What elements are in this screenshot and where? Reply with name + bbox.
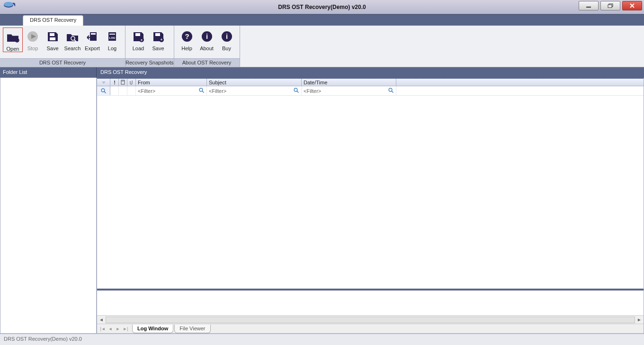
nav-first-icon[interactable]: |◄ — [100, 327, 106, 331]
buy-button[interactable]: i Buy — [217, 27, 237, 51]
ribbon-group-about-label: About OST Recovery — [174, 58, 240, 67]
load-icon — [128, 28, 148, 45]
scroll-left-icon[interactable]: ◄ — [97, 317, 106, 322]
save-button[interactable]: Save — [43, 27, 63, 51]
ribbon-group-snapshots: Load Save Recovery Snapshots — [125, 26, 174, 67]
grid-datetime-column[interactable]: Date/Time — [302, 79, 396, 86]
horizontal-scrollbar[interactable]: ◄ ► — [97, 315, 644, 324]
save-snapshot-icon — [148, 28, 168, 45]
svg-rect-19 — [155, 33, 160, 36]
statusbar-text: DRS OST Recovery(Demo) v20.0 — [4, 336, 82, 342]
grid-body[interactable] — [97, 96, 644, 289]
svg-rect-28 — [121, 80, 125, 84]
filter-datetime-placeholder: <Filter> — [304, 88, 321, 94]
export-icon — [82, 28, 102, 45]
ribbon: Open Stop Save Search Export LOG Log — [0, 26, 644, 67]
save-snapshot-button[interactable]: Save — [148, 27, 168, 51]
svg-line-37 — [392, 91, 393, 92]
svg-rect-17 — [135, 33, 140, 36]
open-button[interactable]: Open — [3, 27, 23, 52]
about-label: About — [197, 45, 217, 51]
help-button[interactable]: ? Help — [177, 27, 197, 51]
filter-from-input[interactable]: <Filter> — [136, 86, 207, 95]
grid-from-column[interactable]: From — [136, 79, 207, 86]
log-icon: LOG — [102, 28, 122, 45]
log-button[interactable]: LOG Log — [102, 27, 122, 51]
stop-button: Stop — [23, 27, 43, 51]
close-button[interactable] — [622, 1, 642, 10]
minimize-button[interactable] — [579, 1, 599, 10]
search-icon[interactable] — [388, 88, 394, 94]
svg-rect-13 — [91, 33, 96, 35]
tab-file-viewer[interactable]: File Viewer — [174, 325, 210, 333]
export-button[interactable]: Export — [82, 27, 102, 51]
buy-icon: i — [217, 28, 237, 45]
search-icon[interactable] — [199, 88, 205, 94]
grid-from-label: From — [138, 80, 150, 85]
grid-type-column[interactable] — [119, 79, 127, 86]
svg-rect-9 — [50, 37, 55, 40]
lower-pane: ◄ ► |◄ ◄ ► ►| Log Window File Viewer — [97, 289, 644, 333]
folder-list[interactable] — [0, 78, 97, 334]
titlebar: DRS OST Recovery(Demo) v20.0 — [0, 0, 644, 14]
svg-point-32 — [199, 88, 203, 91]
info-icon: i — [197, 28, 217, 45]
about-button[interactable]: i About — [197, 27, 217, 51]
grid-subject-column[interactable]: Subject — [207, 79, 302, 86]
svg-rect-2 — [586, 7, 591, 8]
help-label: Help — [177, 45, 197, 51]
stop-label: Stop — [23, 45, 43, 51]
log-label: Log — [102, 45, 122, 51]
svg-text:i: i — [225, 32, 227, 40]
grid-subject-label: Subject — [209, 80, 226, 85]
export-label: Export — [82, 45, 102, 51]
nav-prev-icon[interactable]: ◄ — [107, 327, 113, 331]
grid-importance-column[interactable]: ! — [110, 79, 119, 86]
tab-nav-buttons[interactable]: |◄ ◄ ► ►| — [100, 327, 128, 331]
statusbar: DRS OST Recovery(Demo) v20.0 — [0, 334, 644, 345]
ribbon-group-main: Open Stop Save Search Export LOG Log — [0, 26, 125, 67]
ribbon-group-about: ? Help i About i Buy About OST Recovery — [174, 26, 240, 67]
folder-search-icon — [63, 28, 82, 45]
filter-subject-input[interactable]: <Filter> — [207, 86, 302, 95]
search-icon — [101, 88, 107, 94]
buy-label: Buy — [217, 45, 237, 51]
svg-point-1 — [4, 2, 13, 7]
svg-point-36 — [389, 88, 392, 91]
grid-header: ! From Subject Date/Time — [97, 78, 644, 86]
folder-list-header: Folder List — [0, 67, 97, 78]
svg-line-33 — [202, 91, 204, 92]
svg-text:i: i — [206, 32, 207, 40]
nav-last-icon[interactable]: ►| — [123, 327, 128, 331]
nav-next-icon[interactable]: ► — [115, 327, 121, 331]
scroll-right-icon[interactable]: ► — [635, 317, 644, 322]
filter-datetime-input[interactable]: <Filter> — [302, 86, 396, 95]
svg-point-30 — [101, 89, 105, 92]
scroll-track[interactable] — [106, 317, 635, 323]
svg-text:LOG: LOG — [109, 36, 116, 39]
grid-filter-row: <Filter> <Filter> <Filter> — [97, 86, 644, 96]
svg-rect-8 — [50, 33, 54, 36]
grid-attachment-column[interactable] — [127, 79, 136, 86]
search-label: Search — [63, 45, 82, 51]
tab-drs-ost-recovery[interactable]: DRS OST Recovery — [23, 15, 83, 26]
search-button[interactable]: Search — [63, 27, 82, 51]
filter-toggle-button[interactable] — [97, 86, 110, 95]
grid-expand-column[interactable] — [97, 79, 110, 86]
svg-text:!: ! — [114, 80, 116, 85]
folder-open-icon — [3, 29, 22, 45]
svg-rect-15 — [109, 34, 115, 35]
svg-rect-4 — [608, 5, 612, 8]
ribbon-group-main-label: DRS OST Recovery — [0, 58, 125, 67]
grid-spacer-column — [396, 79, 644, 86]
load-snapshot-button[interactable]: Load — [128, 27, 148, 51]
save-label: Save — [43, 45, 63, 51]
tab-log-window[interactable]: Log Window — [132, 325, 173, 333]
open-label: Open — [3, 46, 22, 52]
content-area: ! From Subject Date/Time <Filter> <Filte… — [97, 78, 644, 334]
search-icon[interactable] — [294, 88, 299, 94]
window-title: DRS OST Recovery(Demo) v20.0 — [0, 4, 644, 10]
svg-line-35 — [297, 91, 298, 92]
restore-button[interactable] — [600, 1, 620, 10]
lower-pane-body[interactable] — [97, 291, 644, 315]
